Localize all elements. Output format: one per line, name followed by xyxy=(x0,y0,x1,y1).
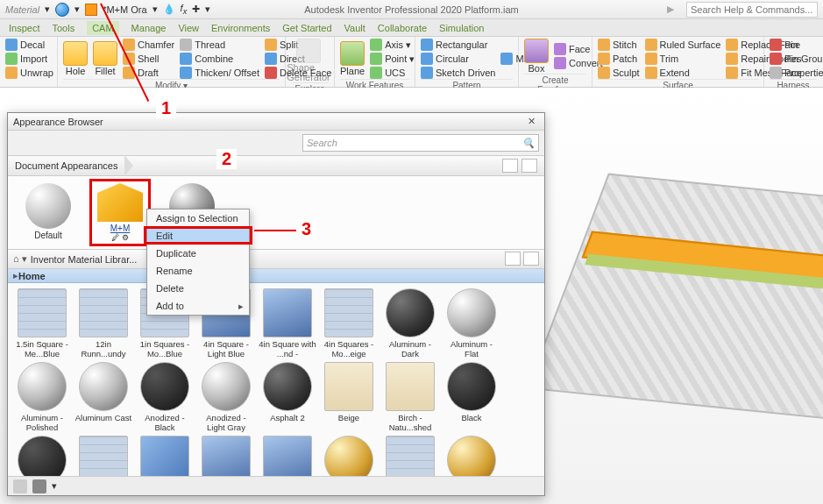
material-card[interactable]: Blocks xyxy=(74,436,132,476)
material-card[interactable]: Aluminum Cast xyxy=(74,362,132,432)
search-icon[interactable]: 🔍 xyxy=(522,138,535,149)
pin-button[interactable]: Pin xyxy=(770,39,823,51)
swatch-mm[interactable]: M+M 🖉 ⚙ xyxy=(94,183,146,242)
material-card[interactable]: Brass - Satin xyxy=(320,436,378,476)
home-icon[interactable]: ⌂ ▾ xyxy=(13,253,27,265)
sculpt-button[interactable]: Sculpt xyxy=(598,67,640,79)
tab-get-started[interactable]: Get Started xyxy=(282,23,331,33)
material-dropdown-placeholder[interactable]: Material xyxy=(5,4,39,15)
material-card[interactable]: 12in Runn...undy xyxy=(74,288,132,358)
status-caret[interactable]: ▾ xyxy=(52,480,57,492)
combine-button[interactable]: Combine xyxy=(180,53,259,65)
material-grid[interactable]: 1.5in Square - Me...Blue12in Runn...undy… xyxy=(8,283,544,476)
trim-button[interactable]: Trim xyxy=(645,53,721,65)
tab-manage[interactable]: Manage xyxy=(131,23,167,33)
rectangular-button[interactable]: Rectangular xyxy=(421,39,495,51)
hole-button[interactable]: Hole xyxy=(63,41,88,76)
import-button[interactable]: Import xyxy=(5,53,47,65)
material-card[interactable]: Beige xyxy=(320,362,378,432)
material-card[interactable]: Aluminum - Flat xyxy=(443,288,500,358)
tab-vault[interactable]: Vault xyxy=(344,23,365,33)
library-home-row[interactable]: Home xyxy=(8,269,544,283)
shape-generator-button[interactable]: Shape Generator xyxy=(291,39,326,82)
thread-button[interactable]: Thread xyxy=(180,39,259,51)
thicken-button[interactable]: Thicken/ Offset xyxy=(180,67,259,79)
tab-collaborate[interactable]: Collaborate xyxy=(378,23,427,33)
help-search-input[interactable] xyxy=(686,2,818,18)
stitch-button[interactable]: Stitch xyxy=(598,39,640,51)
tab-view[interactable]: View xyxy=(178,23,199,33)
material-card[interactable]: 1.5in Square - Me...Blue xyxy=(13,288,71,358)
context-menu-item-add-to[interactable]: Add to xyxy=(147,297,249,315)
tab-tools[interactable]: Tools xyxy=(52,23,74,33)
view-list-icon[interactable] xyxy=(521,159,537,173)
axis-button[interactable]: Axis ▾ xyxy=(370,39,415,51)
cube-icon xyxy=(97,183,143,222)
tab-environments[interactable]: Environments xyxy=(211,23,270,33)
fx-icon[interactable]: fx xyxy=(181,3,188,16)
status-icon-2[interactable] xyxy=(32,479,46,493)
swatch-edit-icons[interactable]: 🖉 ⚙ xyxy=(111,233,129,242)
circular-button[interactable]: Circular xyxy=(421,53,495,65)
material-card[interactable]: Blue - xyxy=(136,436,194,476)
fillet-button[interactable]: Fillet xyxy=(93,41,117,76)
ucs-button[interactable]: UCS xyxy=(370,67,415,79)
library-name[interactable]: Inventor Material Librar... xyxy=(31,254,138,265)
material-card[interactable]: 4in Square with ...nd - xyxy=(259,288,316,358)
material-card[interactable]: Asphalt 2 xyxy=(259,362,316,432)
material-card[interactable]: Anodized - Light Gray xyxy=(197,362,255,432)
material-card[interactable]: Black xyxy=(443,362,500,432)
patch-button[interactable]: Patch xyxy=(598,53,640,65)
context-menu-item-duplicate[interactable]: Duplicate xyxy=(147,245,249,262)
dialog-search-input[interactable]: Search 🔍 xyxy=(302,134,539,152)
qat-caret-2[interactable]: ▾ xyxy=(153,4,158,15)
appearance-name[interactable]: *M+M Ora xyxy=(103,4,146,15)
box-button[interactable]: Box xyxy=(524,39,549,74)
material-card[interactable]: Anodized - Black xyxy=(136,362,194,432)
status-icon-1[interactable] xyxy=(13,479,27,493)
library-breadcrumb[interactable]: ⌂ ▾ Inventor Material Librar... xyxy=(8,250,544,269)
pin-group-button[interactable]: Pin Group xyxy=(770,53,823,65)
context-menu-item-rename[interactable]: Rename xyxy=(147,262,249,280)
qat-caret[interactable]: ▾ xyxy=(74,4,80,15)
draft-button[interactable]: Draft xyxy=(123,67,174,79)
material-card[interactable]: Aluminum - Dark xyxy=(381,288,439,358)
point-button[interactable]: Point ▾ xyxy=(370,53,415,65)
document-appearances-header[interactable]: Document Appearances xyxy=(8,155,544,176)
plane-button[interactable]: Plane xyxy=(340,41,365,76)
qat-overflow[interactable]: ▾ xyxy=(205,4,210,15)
shell-button[interactable]: Shell xyxy=(123,53,174,65)
globe-icon[interactable] xyxy=(55,3,69,17)
context-menu-item-delete[interactable]: Delete xyxy=(147,280,249,297)
context-menu-item-assign-to-selection[interactable]: Assign to Selection xyxy=(147,209,249,227)
material-card[interactable]: Aluminum - Polished xyxy=(13,362,71,432)
eyedropper-icon[interactable]: 💧 xyxy=(163,4,175,15)
material-card[interactable]: 4in Squares - Mo...eige xyxy=(320,288,378,358)
chamfer-button[interactable]: Chamfer xyxy=(123,39,174,51)
close-icon[interactable]: ✕ xyxy=(523,116,539,127)
decal-button[interactable]: Decal xyxy=(5,39,45,51)
material-card[interactable]: Birch - Natu...shed xyxy=(381,362,439,432)
view-grid-icon[interactable] xyxy=(502,159,518,173)
lib-view-grid-icon[interactable] xyxy=(505,252,521,266)
lib-view-list-icon[interactable] xyxy=(523,252,539,266)
properties-button[interactable]: Properties xyxy=(770,67,823,79)
dialog-titlebar[interactable]: Appearance Browser ✕ xyxy=(8,113,544,131)
unwrap-button[interactable]: Unwrap xyxy=(5,67,53,79)
tab-simulation[interactable]: Simulation xyxy=(439,23,484,33)
material-card[interactable]: Blue - Wall xyxy=(197,436,255,476)
ruled-surface-button[interactable]: Ruled Surface xyxy=(645,39,721,51)
appearance-swatch-icon[interactable] xyxy=(85,4,97,16)
extend-button[interactable]: Extend xyxy=(645,67,721,79)
material-card[interactable]: Bronze - xyxy=(443,436,500,476)
swatch-default[interactable]: Default xyxy=(22,183,74,242)
sketch-driven-button[interactable]: Sketch Driven xyxy=(421,67,495,79)
tab-inspect[interactable]: Inspect xyxy=(9,23,39,33)
material-card[interactable]: Brindle xyxy=(381,436,439,476)
context-menu-item-edit[interactable]: Edit xyxy=(147,227,249,245)
material-card[interactable]: Black Cast xyxy=(13,436,71,476)
plus-icon[interactable]: ✚ xyxy=(192,4,200,15)
material-card[interactable]: Blue-Yellow xyxy=(259,436,316,476)
material-dropdown-caret[interactable]: ▾ xyxy=(45,4,50,15)
tab-cam[interactable]: CAM xyxy=(87,21,118,35)
